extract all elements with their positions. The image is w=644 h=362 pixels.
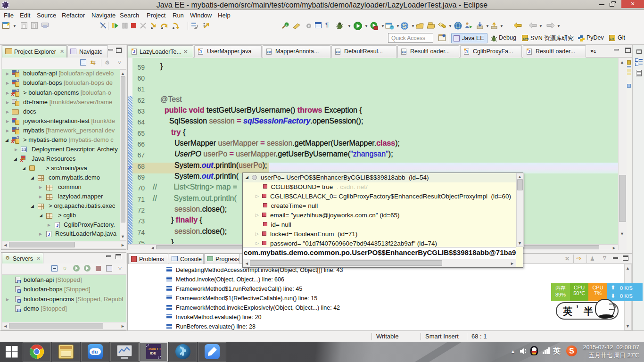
svg-text:S: S [403,23,406,29]
svg-text:+: + [286,23,288,27]
